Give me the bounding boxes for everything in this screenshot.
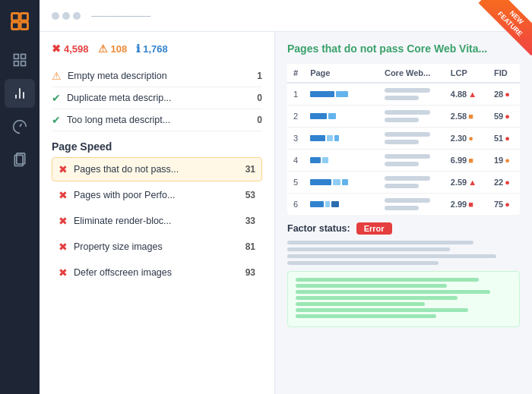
svg-rect-1 [21, 14, 27, 20]
speed-item-3[interactable]: ✖ Property size images 81 [52, 235, 262, 259]
cell-fid: 22 ● [488, 172, 520, 194]
speed-item-4[interactable]: ✖ Defer offscreen images 93 [52, 260, 262, 285]
check-label: Empty meta description [68, 71, 244, 81]
green-box [287, 271, 520, 327]
check-label: Too long meta descript... [67, 115, 244, 125]
stat-warning: ⚠ 108 [98, 43, 128, 55]
speed-item-label: Pages that do not pass... [74, 164, 239, 175]
warning-count: 108 [111, 43, 128, 55]
error-count: 4,598 [64, 43, 89, 55]
fid-indicator-icon: ● [505, 90, 510, 99]
fid-indicator-icon: ● [505, 200, 510, 209]
check-count: 1 [250, 71, 262, 81]
desc-line [287, 254, 496, 258]
speed-error-icon: ✖ [59, 241, 68, 253]
cell-num: 2 [287, 106, 304, 128]
cwv-table-body: 1 4.88 ▲28 ●2 2.58 ■59 ●3 2.30 ●51 ●4 6.… [287, 83, 520, 215]
speed-error-icon: ✖ [59, 266, 68, 279]
green-box-line [296, 290, 490, 294]
check-label: Duplicate meta descrip... [67, 93, 244, 103]
speed-item-1[interactable]: ✖ Pages with poor Perfo... 53 [52, 183, 262, 207]
ok-check-icon-2: ✔ [52, 114, 61, 126]
speed-items-list: ✖ Pages that do not pass... 31 ✖ Pages w… [52, 157, 262, 285]
cell-fid: 19 ● [488, 150, 520, 172]
topbar-dots [52, 12, 81, 20]
speed-item-count: 33 [245, 216, 255, 226]
stat-error: ✖ 4,598 [52, 43, 89, 55]
speed-item-count: 53 [245, 190, 255, 200]
stats-row: ✖ 4,598 ⚠ 108 ℹ 1,768 [52, 43, 262, 55]
cwv-table: # Page Core Web... LCP FID 1 4.88 ▲28 ●2… [287, 64, 520, 215]
cell-fid: 59 ● [488, 106, 520, 128]
cell-page-bar [304, 83, 378, 106]
cell-num: 5 [287, 172, 304, 194]
speed-error-icon: ✖ [59, 189, 68, 201]
svg-rect-2 [12, 22, 19, 29]
green-box-line [296, 302, 425, 306]
check-item-dup-meta[interactable]: ✔ Duplicate meta descrip... 0 [52, 87, 262, 109]
cell-page-bar [304, 128, 378, 150]
check-count: 0 [250, 115, 262, 125]
svg-rect-5 [21, 55, 26, 59]
description-lines [287, 241, 520, 265]
factor-status-row: Factor status: Error [287, 222, 520, 235]
cell-num: 6 [287, 194, 304, 216]
cell-page-bar [304, 150, 378, 172]
sidebar-item-dashboard[interactable] [5, 46, 35, 74]
table-row[interactable]: 4 6.99 ■19 ● [287, 150, 520, 172]
lcp-indicator-icon: ■ [468, 200, 473, 209]
topbar-dot-3 [73, 12, 81, 20]
factor-status-label: Factor status: [287, 223, 350, 234]
speed-error-icon: ✖ [59, 163, 68, 175]
cell-lcp: 2.99 ■ [445, 194, 488, 216]
page-speed-title: Page Speed [52, 140, 262, 153]
sidebar [0, 0, 40, 394]
fid-indicator-icon: ● [505, 178, 510, 187]
cell-cwv [378, 128, 445, 150]
sidebar-item-pages[interactable] [5, 146, 35, 175]
cell-num: 3 [287, 128, 304, 150]
lcp-indicator-icon: ▲ [468, 90, 477, 99]
speed-item-0[interactable]: ✖ Pages that do not pass... 31 [52, 157, 262, 181]
table-row[interactable]: 2 2.58 ■59 ● [287, 106, 520, 128]
check-item-empty-meta[interactable]: ⚠ Empty meta description 1 [52, 65, 262, 87]
svg-rect-0 [12, 14, 19, 20]
speed-item-label: Defer offscreen images [74, 267, 239, 278]
svg-rect-3 [21, 22, 27, 29]
warning-icon: ⚠ [98, 43, 108, 55]
table-row[interactable]: 1 4.88 ▲28 ● [287, 83, 520, 106]
status-badge: Error [356, 222, 392, 235]
sidebar-item-chart[interactable] [5, 79, 35, 108]
left-panel: ✖ 4,598 ⚠ 108 ℹ 1,768 ⚠ Empty meta descr… [40, 32, 275, 394]
green-box-line [296, 278, 479, 282]
ok-check-icon: ✔ [52, 92, 61, 104]
cell-fid: 51 ● [488, 128, 520, 150]
table-row[interactable]: 6 2.99 ■75 ● [287, 194, 520, 216]
svg-rect-7 [21, 61, 26, 66]
check-item-long-meta[interactable]: ✔ Too long meta descript... 0 [52, 109, 262, 131]
fid-indicator-icon: ● [505, 156, 510, 165]
main-content: NEW FEATURE ────────── ✖ 4,598 ⚠ 108 [40, 0, 532, 394]
topbar-breadcrumb: ────────── [91, 11, 150, 20]
cell-lcp: 6.99 ■ [445, 150, 488, 172]
speed-item-count: 93 [245, 267, 255, 278]
cell-lcp: 4.88 ▲ [445, 83, 488, 106]
table-row[interactable]: 5 2.59 ▲22 ● [287, 172, 520, 194]
col-header-page: Page [304, 64, 378, 83]
topbar-dot-1 [52, 12, 59, 20]
speed-item-count: 81 [245, 241, 255, 252]
speed-item-label: Pages with poor Perfo... [74, 190, 239, 200]
info-icon: ℹ [136, 43, 140, 55]
cell-num: 4 [287, 150, 304, 172]
speed-item-2[interactable]: ✖ Eliminate render-bloc... 33 [52, 209, 262, 233]
green-box-line [296, 284, 447, 288]
lcp-indicator-icon: ▲ [468, 178, 477, 187]
fid-indicator-icon: ● [505, 134, 510, 143]
sidebar-logo[interactable] [6, 8, 33, 35]
cell-cwv [378, 172, 445, 194]
sidebar-item-gauge[interactable] [5, 112, 35, 141]
col-header-num: # [287, 64, 304, 83]
table-row[interactable]: 3 2.30 ●51 ● [287, 128, 520, 150]
cell-num: 1 [287, 83, 304, 106]
desc-line [287, 261, 439, 265]
